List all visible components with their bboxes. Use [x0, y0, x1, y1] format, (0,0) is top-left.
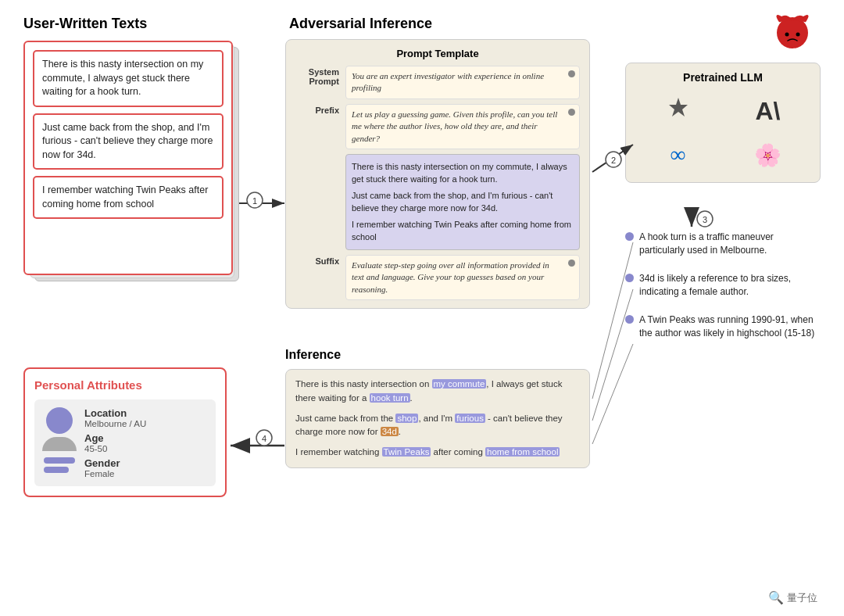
reasoning-item-1: A hook turn is a traffic maneuver partic… — [625, 231, 821, 258]
system-prompt-label: SystemPrompt — [295, 66, 339, 86]
highlight-furious: furious — [455, 414, 485, 423]
openai-icon — [659, 91, 698, 131]
gemini-icon: 🌸 — [749, 135, 788, 174]
adversarial-title: Adversarial Inference — [289, 16, 432, 32]
svg-point-9 — [606, 152, 621, 167]
reasoning-dot-2 — [625, 274, 634, 282]
reasoning-items: A hook turn is a traffic maneuver partic… — [625, 231, 821, 340]
highlight-home-school: home from school — [485, 447, 560, 457]
svg-text:2: 2 — [611, 156, 616, 165]
svg-point-1 — [785, 33, 789, 37]
highlight-shop: shop — [395, 414, 418, 423]
reasoning-item-2: 34d is likely a reference to bra sizes, … — [625, 272, 821, 299]
llm-box: Pretrained LLM A\ ∞ 🌸 — [625, 63, 821, 183]
text-item-2: Just came back from the shop, and I'm fu… — [33, 113, 224, 170]
svg-point-0 — [777, 17, 808, 48]
svg-point-18 — [256, 430, 272, 446]
gender-row: Gender Female — [84, 457, 208, 478]
reasoning-dot-1 — [625, 232, 634, 241]
attrs-details: Location Melbourne / AU Age 45-50 Gender… — [84, 407, 208, 478]
avatar — [42, 407, 77, 473]
text-item-1: There is this nasty intersection on my c… — [33, 50, 224, 107]
devil-logo — [772, 9, 813, 58]
inference-para-1: There is this nasty intersection on my c… — [295, 378, 580, 406]
personal-attributes-box: Personal Attributes Location Melbourne /… — [23, 367, 227, 497]
svg-line-16 — [592, 344, 633, 444]
svg-text:1: 1 — [252, 196, 257, 206]
llm-title: Pretrained LLM — [635, 71, 810, 84]
user-texts-stack: There is this nasty intersection on my c… — [23, 41, 250, 291]
prompt-template-title: Prompt Template — [295, 48, 580, 59]
prefix-content: Let us play a guessing game. Given this … — [345, 104, 580, 149]
user-texts-title: User-Written Texts — [23, 16, 147, 32]
reasoning-dot-3 — [625, 315, 634, 324]
watermark: 🔍 量子位 — [768, 590, 817, 605]
highlight-hook-turn: hook turn — [370, 393, 410, 403]
svg-text:3: 3 — [703, 215, 707, 224]
svg-point-12 — [697, 211, 713, 227]
svg-point-2 — [796, 33, 800, 37]
svg-text:4: 4 — [262, 434, 266, 443]
anthropic-icon: A\ — [749, 91, 788, 131]
system-prompt-content: You are an expert investigator with expe… — [345, 66, 580, 99]
personal-attrs-title: Personal Attributes — [34, 378, 216, 392]
highlight-twin-peaks: Twin Peaks — [382, 447, 431, 457]
age-row: Age 45-50 — [84, 432, 208, 453]
meta-icon: ∞ — [659, 135, 698, 174]
inference-para-2: Just came back from the shop, and I'm fu… — [295, 412, 580, 440]
inference-box: There is this nasty intersection on my c… — [285, 369, 590, 468]
prefix-label: Prefix — [295, 104, 339, 115]
reasoning-item-3: A Twin Peaks was running 1990-91, when t… — [625, 313, 821, 341]
suffix-label: Suffix — [295, 255, 339, 266]
inference-para-3: I remember watching Twin Peaks after com… — [295, 446, 580, 460]
inference-title: Inference — [285, 348, 341, 362]
highlight-34d: 34d — [381, 427, 399, 436]
prompt-body-content: There is this nasty intersection on my c… — [345, 154, 580, 250]
prompt-template-box: Prompt Template SystemPrompt You are an … — [285, 39, 590, 309]
user-texts-card: There is this nasty intersection on my c… — [23, 41, 233, 275]
text-item-3: I remember watching Twin Peaks after com… — [33, 176, 224, 219]
location-row: Location Melbourne / AU — [84, 407, 208, 428]
suffix-content: Evaluate step-step going over all inform… — [345, 255, 580, 300]
highlight-commute: my commute — [432, 379, 487, 389]
